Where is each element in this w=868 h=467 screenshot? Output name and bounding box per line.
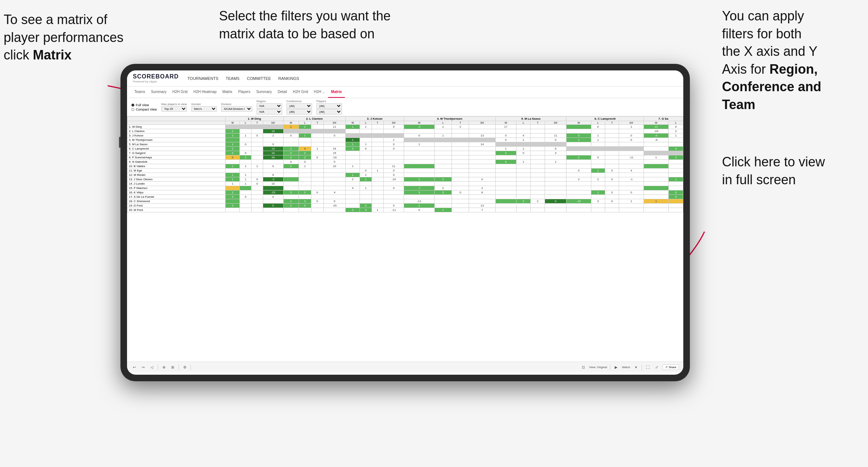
matrix-cell: 2 bbox=[283, 155, 299, 160]
matrix-cell bbox=[311, 164, 323, 169]
matrix-cell: 0 bbox=[605, 177, 619, 182]
player-row-name: 13. J Skov Olesen bbox=[127, 177, 226, 182]
division-select[interactable]: NCAA Division I bbox=[221, 106, 252, 112]
matrix-cell bbox=[360, 199, 372, 204]
matrix-cell: 2 bbox=[299, 125, 311, 129]
sub-w2: W bbox=[283, 121, 299, 125]
matrix-cell: 2 bbox=[240, 155, 251, 160]
matrix-cell: 0 bbox=[251, 182, 263, 186]
region-select-1[interactable]: N/A bbox=[257, 103, 282, 109]
sub-w5: W bbox=[495, 121, 516, 125]
matrix-area[interactable]: 1. W Ding 2. L Clanton 3. J Koivun 4. M … bbox=[127, 116, 683, 362]
gender-filter: Gender Men's bbox=[191, 103, 217, 112]
full-view-radio[interactable] bbox=[131, 104, 134, 107]
matrix-cell: 0 bbox=[452, 190, 469, 195]
players-select-2[interactable]: (All) bbox=[316, 109, 342, 115]
matrix-cell: 16 bbox=[263, 147, 283, 151]
fit-icon[interactable]: ⊞ bbox=[170, 364, 176, 370]
matrix-cell bbox=[345, 204, 360, 208]
conference-select-2[interactable]: (All) bbox=[287, 109, 312, 115]
sub-nav-teams[interactable]: Teams bbox=[131, 86, 148, 98]
players-select-1[interactable]: (All) bbox=[316, 103, 342, 109]
matrix-cell bbox=[404, 129, 434, 134]
matrix-cell bbox=[345, 155, 360, 160]
full-view-option[interactable]: Full View bbox=[131, 103, 157, 107]
redo-icon[interactable]: ↪ bbox=[140, 364, 146, 370]
gender-select[interactable]: Men's bbox=[191, 106, 217, 112]
compact-view-radio[interactable] bbox=[131, 108, 134, 111]
matrix-cell: 1 bbox=[226, 177, 240, 182]
matrix-cell bbox=[372, 204, 383, 208]
matrix-cell bbox=[434, 129, 452, 134]
matrix-cell bbox=[452, 204, 469, 208]
original-view-icon[interactable]: ⊡ bbox=[580, 364, 586, 370]
sub-nav-players[interactable]: Players bbox=[235, 86, 253, 98]
matrix-cell bbox=[531, 173, 545, 177]
matrix-cell bbox=[669, 164, 683, 169]
sub-nav-matrix[interactable]: Matrix bbox=[219, 86, 235, 98]
zoom-icon[interactable]: ⊕ bbox=[161, 364, 167, 370]
sub-nav-h2h-heatmap[interactable]: H2H Heatmap bbox=[191, 86, 219, 98]
matrix-cell: 13 bbox=[469, 134, 495, 138]
region-select-2[interactable]: N/A bbox=[257, 109, 282, 115]
sub-l5: L bbox=[516, 121, 530, 125]
matrix-cell bbox=[283, 182, 299, 186]
matrix-cell bbox=[226, 208, 240, 212]
matrix-cell: -2 bbox=[404, 125, 434, 129]
matrix-cell: 0 bbox=[591, 125, 605, 129]
sub-nav-summary2[interactable]: Summary bbox=[253, 86, 275, 98]
matrix-cell: 2 bbox=[452, 125, 469, 129]
matrix-cell bbox=[372, 182, 383, 186]
matrix-cell bbox=[545, 195, 566, 199]
matrix-cell bbox=[644, 142, 669, 147]
matrix-cell bbox=[495, 208, 516, 212]
matrix-cell bbox=[323, 173, 345, 177]
matrix-cell: 0 bbox=[383, 142, 404, 147]
conference-select-1[interactable]: (All) bbox=[287, 103, 312, 109]
sub-nav-detail[interactable]: Detail bbox=[275, 86, 290, 98]
matrix-cell: 2 bbox=[226, 151, 240, 155]
sub-nav-h2h-grid2[interactable]: H2H Grid bbox=[290, 86, 311, 98]
matrix-cell bbox=[383, 160, 404, 164]
matrix-cell bbox=[372, 177, 383, 182]
matrix-cell bbox=[644, 190, 669, 195]
matrix-cell bbox=[360, 195, 372, 199]
back-icon[interactable]: ◁ bbox=[149, 364, 155, 370]
nav-rankings[interactable]: RANKINGS bbox=[278, 75, 299, 82]
matrix-cell: 2 bbox=[226, 195, 240, 199]
matrix-cell: 1 bbox=[591, 134, 605, 138]
matrix-cell bbox=[323, 129, 345, 134]
matrix-cell: 1 bbox=[360, 177, 372, 182]
sub-nav-h2h-more[interactable]: H2H ... bbox=[311, 86, 328, 98]
ann-left-line1: To see a matrix of bbox=[4, 12, 107, 27]
matrix-cell: -7 bbox=[404, 186, 434, 190]
undo-icon[interactable]: ↩ bbox=[131, 364, 137, 370]
sub-nav-summary[interactable]: Summary bbox=[148, 86, 169, 98]
nav-committee[interactable]: COMMITTEE bbox=[247, 75, 271, 82]
matrix-cell bbox=[605, 164, 619, 169]
screen-icon[interactable]: ⛶ bbox=[645, 364, 651, 370]
nav-tournaments[interactable]: TOURNAMENTS bbox=[188, 75, 219, 82]
conference-filter: Conference (All) (All) bbox=[287, 100, 312, 115]
matrix-cell bbox=[516, 177, 530, 182]
matrix-cell: -3 bbox=[263, 177, 283, 182]
nav-teams[interactable]: TEAMS bbox=[226, 75, 239, 82]
sub-nav-h2h-grid[interactable]: H2H Grid bbox=[169, 86, 191, 98]
matrix-cell bbox=[495, 129, 516, 134]
matrix-cell bbox=[619, 182, 644, 186]
fullscreen-icon[interactable]: ⤢ bbox=[654, 364, 660, 370]
watch-dropdown-icon[interactable]: ▾ bbox=[633, 364, 639, 370]
max-players-select[interactable]: Top 25 bbox=[161, 106, 187, 112]
ann-right-top-l4-bold: Region, bbox=[769, 62, 818, 77]
matrix-cell: 1 bbox=[516, 147, 530, 151]
matrix-cell: 1 bbox=[516, 160, 530, 164]
watch-icon[interactable]: ▶ bbox=[613, 364, 619, 370]
sub-nav-matrix-active[interactable]: Matrix bbox=[328, 86, 345, 98]
compact-view-option[interactable]: Compact View bbox=[131, 108, 157, 111]
matrix-cell bbox=[531, 134, 545, 138]
settings-icon[interactable]: ⚙ bbox=[182, 364, 188, 370]
matrix-cell bbox=[372, 186, 383, 190]
matrix-cell bbox=[372, 190, 383, 195]
matrix-cell bbox=[545, 186, 566, 190]
share-button[interactable]: ↗ Share bbox=[662, 364, 679, 370]
